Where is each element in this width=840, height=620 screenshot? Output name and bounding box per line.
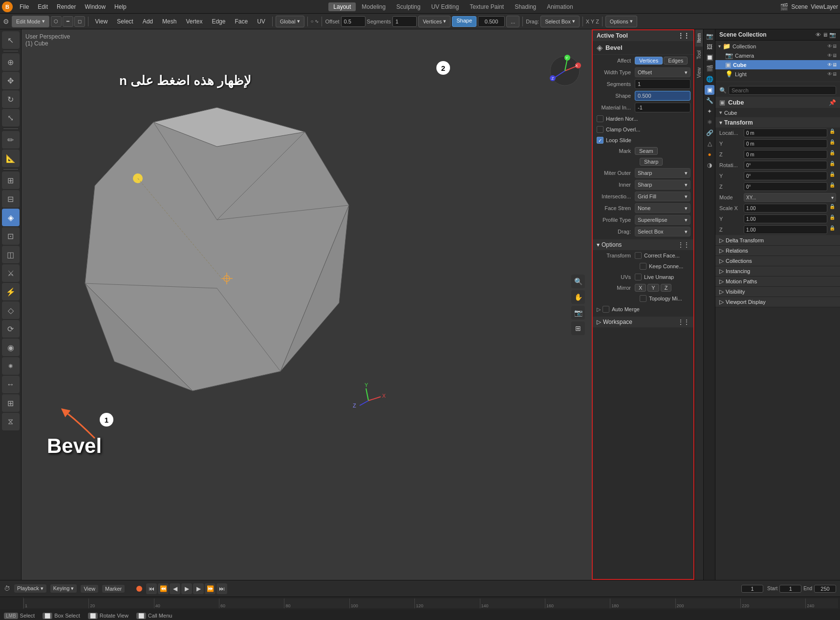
- prop-scene-icon[interactable]: 🎬: [705, 64, 714, 73]
- toolbar-add[interactable]: Add: [139, 17, 157, 26]
- shape-btn[interactable]: Shape: [452, 16, 476, 27]
- mirror-y-btn[interactable]: Y: [647, 284, 659, 292]
- mode-dropdown[interactable]: XY... ▾: [744, 193, 836, 202]
- prop-output-icon[interactable]: 🖼: [705, 42, 714, 52]
- instancing-header[interactable]: ▷ Instancing: [715, 266, 840, 277]
- menu-render[interactable]: Render: [53, 2, 80, 11]
- tool-bisect[interactable]: ⚡: [2, 283, 20, 300]
- scale-x-value[interactable]: 1.00: [744, 204, 827, 213]
- harden-checkbox[interactable]: [597, 115, 603, 122]
- vp-camera-icon[interactable]: 📷: [571, 306, 585, 320]
- playback-btn[interactable]: Playback ▾: [14, 584, 46, 593]
- tool-shrink[interactable]: ⊞: [2, 394, 20, 412]
- select-box-btn[interactable]: Select Box ▾: [540, 16, 580, 27]
- offset-input[interactable]: [341, 16, 366, 27]
- toolbar-view[interactable]: View: [91, 17, 112, 26]
- mirror-x-btn[interactable]: X: [635, 284, 646, 292]
- tab-shading[interactable]: Shading: [510, 2, 541, 11]
- side-tab-item[interactable]: Item: [695, 29, 703, 46]
- vp-zoom-icon[interactable]: 🔍: [571, 275, 585, 288]
- loc-z-value[interactable]: 0 m: [744, 150, 827, 159]
- workspace-section-header[interactable]: ▷ Workspace ⋮⋮: [593, 317, 693, 327]
- tab-uv-editing[interactable]: UV Editing: [426, 2, 464, 11]
- props-search-input[interactable]: [729, 86, 836, 95]
- prop-shaderfx-icon[interactable]: ◑: [705, 160, 714, 170]
- toolbar-edge[interactable]: Edge: [208, 17, 229, 26]
- side-tab-view[interactable]: View: [695, 64, 703, 82]
- side-tab-tool[interactable]: Tool: [695, 46, 703, 63]
- motion-paths-header[interactable]: ▷ Motion Paths: [715, 277, 840, 287]
- auto-merge-checkbox[interactable]: [603, 306, 609, 313]
- timeline-view-btn[interactable]: View: [81, 585, 98, 593]
- prev-frame-btn[interactable]: ⏪: [158, 583, 169, 594]
- scale-y-value[interactable]: 1.00: [744, 214, 827, 223]
- sharp-btn[interactable]: Sharp: [640, 158, 663, 166]
- tool-move[interactable]: ✥: [2, 72, 20, 89]
- marker-btn[interactable]: Marker: [102, 585, 125, 593]
- active-tool-menu[interactable]: ⋮⋮: [678, 32, 689, 39]
- keep-conne-checkbox[interactable]: [640, 263, 646, 270]
- vertices-dropdown[interactable]: Vertices ▾: [418, 16, 451, 27]
- tool-draw[interactable]: ✏: [2, 131, 20, 149]
- viewport[interactable]: User Perspective (1) Cube لإظهار هذه اضغ…: [22, 29, 592, 580]
- tool-poly-build[interactable]: ◇: [2, 301, 20, 319]
- prop-particles-icon[interactable]: ✦: [705, 107, 714, 116]
- tool-scale[interactable]: ⤡: [2, 109, 20, 127]
- intersection-dropdown[interactable]: Grid Fill ▾: [635, 192, 690, 201]
- vp-hand-icon[interactable]: ✋: [571, 290, 585, 304]
- vp-grid-icon[interactable]: ⊞: [571, 321, 585, 335]
- edges-btn[interactable]: Edges: [664, 57, 688, 64]
- skip-end-btn[interactable]: ⏭: [216, 583, 227, 594]
- tool-measure[interactable]: 📐: [2, 150, 20, 167]
- delta-transform-header[interactable]: ▷ Delta Transform: [715, 235, 840, 246]
- face-select-btn[interactable]: ◻: [74, 16, 85, 27]
- tab-sculpting[interactable]: Sculpting: [391, 2, 425, 11]
- seam-btn[interactable]: Seam: [635, 147, 658, 155]
- tool-extrude[interactable]: ⊞: [2, 171, 20, 189]
- keying-btn[interactable]: Keying ▾: [50, 584, 77, 593]
- options-btn[interactable]: Options ▾: [605, 16, 637, 27]
- tool-randomize[interactable]: ⁕: [2, 357, 20, 375]
- menu-file[interactable]: File: [16, 2, 33, 11]
- play-btn[interactable]: ▶: [181, 583, 192, 594]
- object-name-pin[interactable]: 📌: [829, 99, 836, 106]
- next-keyframe-btn[interactable]: ▶: [193, 583, 204, 594]
- vertices-btn[interactable]: Vertices: [635, 57, 663, 64]
- tool-spin[interactable]: ⟳: [2, 320, 20, 338]
- rot-y-value[interactable]: 0°: [744, 171, 827, 180]
- tool-inset[interactable]: ⊟: [2, 190, 20, 208]
- next-frame-btn[interactable]: ⏩: [205, 583, 215, 594]
- profile-type-dropdown[interactable]: Superellipse ▾: [635, 215, 690, 225]
- tool-select[interactable]: ↖: [2, 31, 20, 49]
- prop-physics-icon[interactable]: ⚛: [705, 117, 714, 127]
- collection-item[interactable]: ▾ 📁 Collection 👁🖥: [715, 42, 840, 51]
- collections-header[interactable]: ▷ Collections: [715, 256, 840, 266]
- vert-select-btn[interactable]: ⬡: [51, 16, 62, 27]
- segments-value[interactable]: 1: [635, 79, 690, 89]
- prop-world-icon[interactable]: 🌐: [705, 74, 714, 84]
- toolbar-mesh[interactable]: Mesh: [158, 17, 180, 26]
- rot-x-value[interactable]: 0°: [744, 161, 827, 170]
- menu-window[interactable]: Window: [81, 2, 109, 11]
- edge-select-btn[interactable]: ━: [63, 16, 73, 27]
- loop-slide-checkbox[interactable]: ✓: [597, 137, 603, 144]
- transform-header[interactable]: ▾ Transform: [715, 118, 840, 128]
- inner-dropdown[interactable]: Sharp ▾: [635, 180, 690, 190]
- camera-item[interactable]: 📷 Camera 👁🖥: [715, 51, 840, 60]
- shape-value-input[interactable]: [478, 16, 505, 27]
- visibility-header[interactable]: ▷ Visibility: [715, 287, 840, 297]
- correct-face-checkbox[interactable]: [635, 252, 642, 259]
- current-frame-input[interactable]: [741, 585, 763, 593]
- tool-knife[interactable]: ⚔: [2, 264, 20, 282]
- tool-rotate[interactable]: ↻: [2, 90, 20, 108]
- tool-bevel[interactable]: ◈: [2, 209, 20, 226]
- tab-texture-paint[interactable]: Texture Paint: [465, 2, 509, 11]
- prev-keyframe-btn[interactable]: ◀: [170, 583, 180, 594]
- prop-render-icon[interactable]: 📷: [705, 31, 714, 41]
- toolbar-vertex[interactable]: Vertex: [182, 17, 206, 26]
- prop-constraints-icon[interactable]: 🔗: [705, 128, 714, 138]
- tool-cursor[interactable]: ⊕: [2, 53, 20, 71]
- menu-help[interactable]: Help: [110, 2, 130, 11]
- loc-x-value[interactable]: 0 m: [744, 128, 827, 137]
- tool-shear[interactable]: ⧖: [2, 413, 20, 430]
